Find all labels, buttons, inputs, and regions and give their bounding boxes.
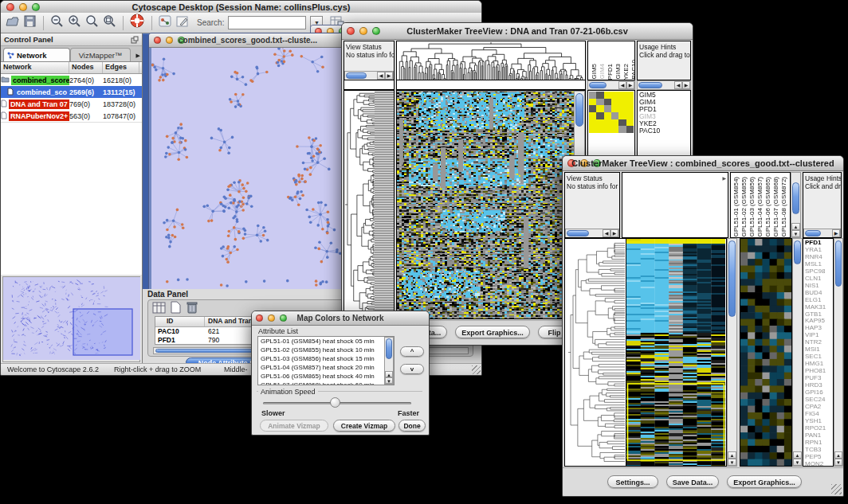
col-network[interactable]: Network xyxy=(1,62,69,73)
treeview1-column-dendrogram[interactable] xyxy=(396,41,586,80)
birdseye-canvas[interactable] xyxy=(3,277,140,360)
zoom-in-icon[interactable] xyxy=(68,14,81,31)
trash-icon[interactable] xyxy=(186,301,198,317)
matrix-cell[interactable] xyxy=(626,119,634,127)
treeview1-titlebar[interactable]: ClusterMaker TreeView : DNA and Tran 07-… xyxy=(342,23,693,40)
attribute-list-vscrollbar[interactable]: ▲ ▼ xyxy=(384,337,394,385)
matrix-cell[interactable] xyxy=(604,112,611,119)
zoom-fit-icon[interactable] xyxy=(85,14,99,31)
help-lifebuoy-icon[interactable] xyxy=(130,14,145,32)
column-label[interactable]: GPL51-06 (GSM865) xyxy=(764,177,771,237)
matrix-cell[interactable] xyxy=(618,119,626,127)
heatmap-canvas[interactable] xyxy=(397,91,574,318)
treeview1-row-dendrogram[interactable] xyxy=(344,90,395,319)
col-nodes[interactable]: Nodes xyxy=(69,62,103,73)
cytoscape-titlebar[interactable]: Cytoscape Desktop (Session Name: collins… xyxy=(1,1,481,14)
attribute-option[interactable]: GPL51-07 (GSM868) heat shock 60 min xyxy=(258,381,394,385)
animate-vizmap-button[interactable]: Animate Vizmap xyxy=(260,420,328,432)
open-file-icon[interactable] xyxy=(6,15,20,30)
treeview2-titlebar[interactable]: ClusterMaker TreeView : combined_scores_… xyxy=(563,156,843,171)
attribute-option[interactable]: GPL51-03 (GSM856) heat shock 15 min xyxy=(258,354,394,363)
matrix-cell[interactable] xyxy=(611,99,618,106)
network-row[interactable]: RNAPuberNov2+ 563(0) 107847(0) xyxy=(1,110,142,122)
matrix-cell[interactable] xyxy=(626,112,634,119)
matrix-cell[interactable] xyxy=(596,119,603,127)
gene-label[interactable]: PAC10 xyxy=(639,127,690,135)
matrix-cell[interactable] xyxy=(611,119,618,127)
export-graphics-button[interactable]: Export Graphics... xyxy=(455,326,530,338)
matrix-cell[interactable] xyxy=(618,126,626,133)
matrix-cell[interactable] xyxy=(626,99,634,106)
column-label[interactable]: GPL51-01 (GSM854) xyxy=(732,177,740,237)
treeview2-column-dendrogram[interactable]: ▶ xyxy=(622,172,728,238)
search-input[interactable] xyxy=(228,16,306,29)
move-down-button[interactable]: v xyxy=(400,364,424,374)
matrix-cell[interactable] xyxy=(589,92,596,99)
column-dendrogram-canvas[interactable] xyxy=(397,41,585,80)
export-graphics-button[interactable]: Export Graphics... xyxy=(727,475,802,488)
birdseye-view[interactable] xyxy=(2,276,140,362)
col-id[interactable]: ID xyxy=(155,317,205,326)
col-edges[interactable]: Edges xyxy=(103,62,139,73)
column-labels-vscrollbar[interactable]: ▲ ▼ xyxy=(791,172,801,238)
matrix-cell[interactable] xyxy=(618,105,626,112)
view-status-hscrollbar[interactable]: ◀ ▶ xyxy=(344,71,394,80)
matrix-cell[interactable] xyxy=(604,126,611,133)
column-label[interactable]: PFD1 xyxy=(607,64,614,80)
done-button[interactable]: Done xyxy=(398,420,426,432)
treeview1-heatmap[interactable]: ▲ ▼ xyxy=(396,90,586,319)
matrix-cell[interactable] xyxy=(604,92,611,99)
matrix-cell[interactable] xyxy=(604,99,611,106)
matrix-cell[interactable] xyxy=(611,112,618,119)
treeview2-zoom-heatmap[interactable] xyxy=(740,238,792,467)
network-canvas-1[interactable] xyxy=(151,48,343,290)
matrix-cell[interactable] xyxy=(596,92,603,99)
network-row[interactable]: combined_scores 2764(0) 16218(0) xyxy=(1,74,142,86)
gene-list-vscrollbar[interactable]: ▲ ▼ xyxy=(834,238,843,467)
zoom-selected-icon[interactable] xyxy=(103,14,116,31)
network-window-1[interactable]: combined_scores_good.txt--cluste... xyxy=(148,33,347,295)
usage-hints-hscrollbar[interactable]: ▶ xyxy=(803,229,841,238)
settings-button[interactable]: Settings... xyxy=(607,475,658,488)
column-label[interactable]: GPL51-07 (GSM868) xyxy=(772,177,779,237)
matrix-cell[interactable] xyxy=(626,126,634,133)
matrix-cell[interactable] xyxy=(626,105,634,112)
resize-grip[interactable] xyxy=(831,484,842,494)
panel-expand-arrow[interactable]: ▶ xyxy=(722,175,726,181)
matrix-cell[interactable] xyxy=(596,105,603,112)
column-label[interactable]: GPL51-02 (GSM855) xyxy=(740,177,748,237)
heatmap-vscrollbar[interactable]: ▲ ▼ xyxy=(727,238,737,467)
tab-vizmapper[interactable]: VizMapper™ xyxy=(70,48,131,61)
column-label[interactable]: GIM5 xyxy=(591,64,598,80)
usage-hints-hscrollbar[interactable]: ◀ ▶ xyxy=(637,80,691,90)
node-tool-icon[interactable] xyxy=(159,15,172,31)
attribute-option[interactable]: GPL51-02 (GSM855) heat shock 10 min xyxy=(258,346,394,354)
matrix-cell[interactable] xyxy=(618,92,626,99)
matrix-cell[interactable] xyxy=(618,112,626,119)
matrix-cell[interactable] xyxy=(611,92,618,99)
tab-network[interactable]: Network xyxy=(3,48,70,61)
matrix-cell[interactable] xyxy=(596,112,603,119)
speed-slider-thumb[interactable] xyxy=(330,397,340,408)
column-label[interactable]: GPL51-04 (GSM857) xyxy=(756,177,764,237)
resize-grip[interactable] xyxy=(472,365,481,374)
gene-label[interactable]: MON2 xyxy=(805,461,833,467)
matrix-cell[interactable] xyxy=(589,126,596,133)
column-label[interactable]: GIM3 xyxy=(614,64,622,80)
zoom-out-icon[interactable] xyxy=(50,14,64,31)
column-label[interactable]: GPL51-08 (GSM872) xyxy=(780,177,787,237)
attribute-option[interactable]: GPL51-04 (GSM857) heat shock 20 min xyxy=(258,363,394,372)
matrix-cell[interactable] xyxy=(589,105,596,112)
annotation-tool-icon[interactable] xyxy=(176,15,190,31)
column-label[interactable]: GIM4 xyxy=(599,64,606,80)
column-label[interactable]: PAC10 xyxy=(630,60,635,80)
column-label[interactable]: GPL51-03 (GSM856) xyxy=(748,177,756,237)
dialog-titlebar[interactable]: Map Colors to Network xyxy=(252,311,429,326)
row-dendrogram-canvas[interactable] xyxy=(565,239,626,466)
treeview2-heatmap[interactable] xyxy=(626,238,727,467)
matrix-cell[interactable] xyxy=(604,105,611,112)
matrix-hscrollbar[interactable]: ◀ ▶ xyxy=(587,80,635,90)
new-document-icon[interactable] xyxy=(171,301,181,317)
column-label[interactable]: YKE2 xyxy=(622,64,630,80)
zoom-heatmap-canvas[interactable] xyxy=(740,239,791,466)
